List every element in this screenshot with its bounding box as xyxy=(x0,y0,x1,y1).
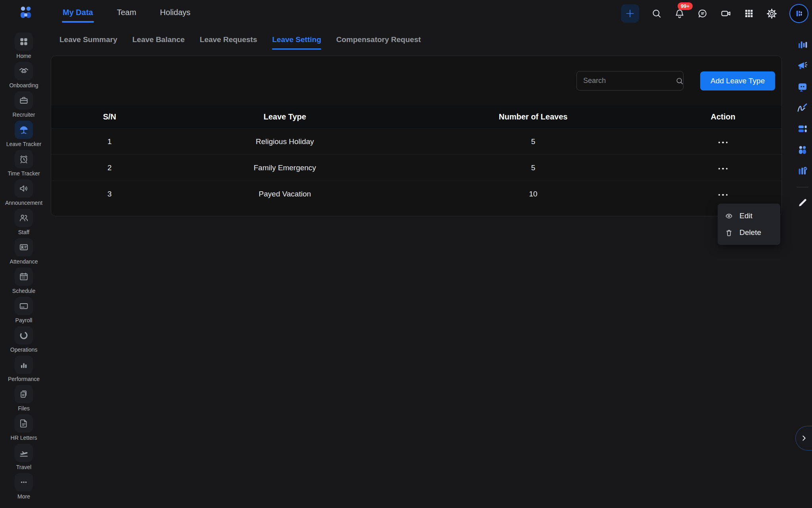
sidebar-item-payroll[interactable]: Payroll xyxy=(2,297,46,323)
alarm-clock-icon xyxy=(15,150,33,168)
beach-umbrella-icon xyxy=(15,121,33,139)
cell-leave-type: Family Emergency xyxy=(168,164,402,172)
search-button[interactable] xyxy=(651,8,662,19)
tab-leave-setting[interactable]: Leave Setting xyxy=(272,31,321,52)
apps-grid-icon xyxy=(744,8,754,19)
sidebar-item-more[interactable]: More xyxy=(2,473,46,500)
sidebar-item-announcement[interactable]: Announcement xyxy=(2,179,46,206)
insights-bars-icon[interactable] xyxy=(797,39,808,51)
chat-button[interactable] xyxy=(697,8,708,19)
cell-leave-type: Religious Holiday xyxy=(168,137,402,146)
sidebar-item-home[interactable]: Home xyxy=(2,33,46,59)
context-menu-edit[interactable]: Edit xyxy=(718,208,780,224)
bar-chart-icon xyxy=(15,356,33,374)
speaker-icon xyxy=(15,179,33,198)
sidebar-label: Onboarding xyxy=(9,82,38,89)
column-header-leave-type: Leave Type xyxy=(168,112,402,121)
trash-icon xyxy=(725,229,733,237)
search-field[interactable] xyxy=(576,71,684,90)
add-button[interactable] xyxy=(621,4,639,23)
context-menu-delete[interactable]: Delete xyxy=(718,224,780,241)
document-icon xyxy=(15,414,33,433)
cell-sn: 1 xyxy=(51,137,168,146)
sidebar-label: HR Letters xyxy=(11,435,37,441)
column-header-number-of-leaves: Number of Leaves xyxy=(402,112,665,121)
loader-circle-icon xyxy=(15,326,33,344)
sidebar-item-operations[interactable]: Operations xyxy=(2,326,46,353)
sidebar-item-travel[interactable]: Travel xyxy=(2,444,46,470)
calendar-icon xyxy=(15,267,33,286)
tab-leave-balance[interactable]: Leave Balance xyxy=(132,31,185,52)
row-actions-ellipsis-icon[interactable] xyxy=(713,189,733,199)
notification-badge: 99+ xyxy=(678,2,693,10)
add-leave-type-button[interactable]: Add Leave Type xyxy=(700,71,775,90)
settings-button[interactable] xyxy=(766,8,778,19)
eye-icon xyxy=(725,212,733,220)
sidebar-item-leave-tracker[interactable]: Leave Tracker xyxy=(2,121,46,147)
people-duo-icon[interactable] xyxy=(797,144,808,156)
sidebar-label: Files xyxy=(18,405,30,412)
sidebar-item-attendance[interactable]: Attendance xyxy=(2,238,46,265)
column-header-sn: S/N xyxy=(51,112,168,121)
nav-tab-team[interactable]: Team xyxy=(116,5,137,23)
sidebar-label: Schedule xyxy=(12,288,35,294)
tab-leave-summary[interactable]: Leave Summary xyxy=(59,31,117,52)
app-logo xyxy=(17,5,34,22)
topbar: My Data Team Holidays 99+ xyxy=(0,0,812,27)
sidebar-item-recruiter[interactable]: Recruiter xyxy=(2,91,46,118)
apps-grid-button[interactable] xyxy=(744,8,754,19)
context-menu-label: Edit xyxy=(739,212,753,220)
table-row: 3 Payed Vacation 10 xyxy=(51,181,781,207)
table-row: 1 Religious Holiday 5 xyxy=(51,128,781,154)
sidebar-item-onboarding[interactable]: Onboarding xyxy=(2,62,46,89)
main-content: Leave Summary Leave Balance Leave Reques… xyxy=(48,27,793,508)
row-actions-ellipsis-icon[interactable] xyxy=(713,162,733,173)
sidebar-item-time-tracker[interactable]: Time Tracker xyxy=(2,150,46,177)
cell-leave-type: Payed Vacation xyxy=(168,190,402,198)
tasks-list-icon[interactable] xyxy=(797,123,808,135)
search-input[interactable] xyxy=(583,77,675,85)
leave-setting-panel: Add Leave Type S/N Leave Type Number of … xyxy=(51,56,782,216)
sidebar-label: Payroll xyxy=(15,317,33,323)
sidebar-label: Home xyxy=(16,53,31,59)
sidebar-item-hr-letters[interactable]: HR Letters xyxy=(2,414,46,441)
stats-check-icon[interactable] xyxy=(797,165,808,177)
sidebar-label: More xyxy=(17,493,30,500)
tab-leave-requests[interactable]: Leave Requests xyxy=(200,31,257,52)
nav-tab-my-data[interactable]: My Data xyxy=(62,5,94,23)
cell-number-of-leaves: 5 xyxy=(402,137,665,146)
row-actions-ellipsis-icon[interactable] xyxy=(713,136,733,147)
column-header-action: Action xyxy=(665,112,781,121)
search-icon xyxy=(675,77,684,85)
credit-card-icon xyxy=(15,297,33,315)
plane-icon xyxy=(15,444,33,462)
tab-compensatory-request[interactable]: Compensatory Request xyxy=(336,31,421,52)
sidebar-item-schedule[interactable]: Schedule xyxy=(2,267,46,294)
sidebar-label: Operations xyxy=(10,346,37,353)
pencil-icon[interactable] xyxy=(797,197,808,208)
nav-tab-holidays[interactable]: Holidays xyxy=(159,5,192,23)
table-header: S/N Leave Type Number of Leaves Action xyxy=(51,106,781,128)
signature-icon[interactable] xyxy=(797,102,808,114)
video-icon xyxy=(720,8,732,19)
ellipsis-icon xyxy=(15,473,33,491)
sidebar-item-files[interactable]: Files xyxy=(2,385,46,412)
video-call-button[interactable] xyxy=(720,8,732,19)
row-context-menu: Edit Delete xyxy=(718,204,780,245)
rail-divider xyxy=(797,187,808,187)
company-logo-icon xyxy=(794,8,804,19)
table-row: 2 Family Emergency 5 xyxy=(51,154,781,181)
briefcase-icon xyxy=(15,91,33,110)
account-avatar[interactable] xyxy=(789,4,808,23)
notifications-button[interactable]: 99+ xyxy=(674,8,685,19)
search-icon xyxy=(651,8,662,19)
topbar-actions: 99+ xyxy=(621,4,812,23)
sidebar-item-staff[interactable]: Staff xyxy=(2,209,46,235)
people-icon xyxy=(15,209,33,227)
context-menu-label: Delete xyxy=(739,228,761,237)
sidebar-item-performance[interactable]: Performance xyxy=(2,356,46,382)
megaphone-icon[interactable] xyxy=(797,60,808,72)
home-grid-icon xyxy=(15,33,33,51)
chat-bot-icon[interactable] xyxy=(797,81,808,93)
sidebar-label: Attendance xyxy=(10,258,38,265)
